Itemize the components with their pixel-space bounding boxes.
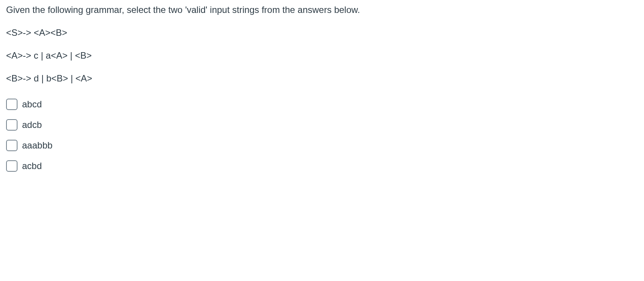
- question-prompt: Given the following grammar, select the …: [6, 3, 638, 17]
- checkbox-option-3[interactable]: [6, 160, 17, 172]
- grammar-rule-b: <B>-> d | b<B> | <A>: [6, 72, 638, 85]
- option-label[interactable]: abcd: [22, 97, 42, 111]
- checkbox-option-2[interactable]: [6, 140, 17, 151]
- option-label[interactable]: adcb: [22, 118, 42, 132]
- grammar-rule-a: <A>-> c | a<A> | <B>: [6, 49, 638, 62]
- option-label[interactable]: acbd: [22, 159, 42, 173]
- grammar-rule-s: <S>-> <A><B>: [6, 26, 638, 40]
- checkbox-option-0[interactable]: [6, 99, 17, 110]
- option-label[interactable]: aaabbb: [22, 139, 52, 152]
- option-item: aaabbb: [6, 139, 638, 152]
- option-item: abcd: [6, 97, 638, 111]
- options-group: abcd adcb aaabbb acbd: [6, 97, 638, 173]
- option-item: adcb: [6, 118, 638, 132]
- option-item: acbd: [6, 159, 638, 173]
- checkbox-option-1[interactable]: [6, 119, 17, 131]
